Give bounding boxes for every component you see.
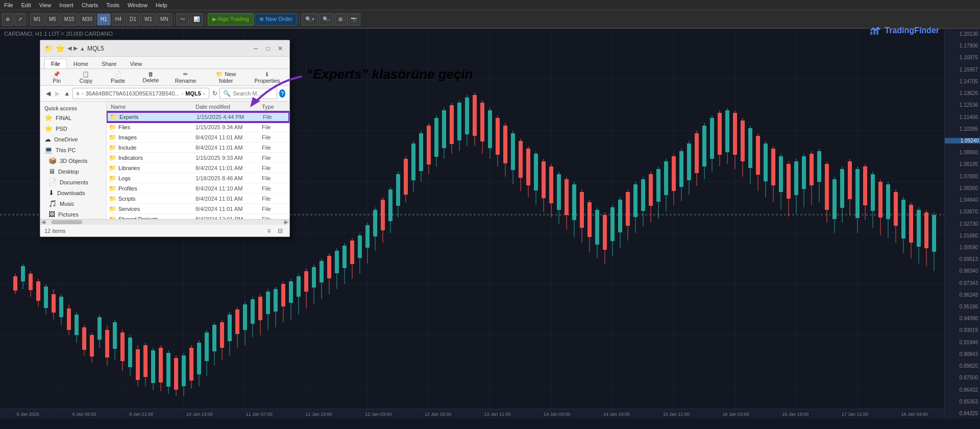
copy-btn[interactable]: 📋 Copy: [71, 69, 101, 85]
col-type[interactable]: Type: [260, 104, 289, 110]
svg-rect-52: [113, 322, 117, 349]
new-order-button[interactable]: ⊕ New Order: [255, 13, 297, 26]
sidebar-item-desktop[interactable]: 🖥 Desktop: [40, 166, 106, 177]
svg-rect-94: [274, 289, 278, 312]
menu-help[interactable]: Help: [152, 2, 172, 8]
svg-rect-222: [764, 144, 768, 181]
menu-insert[interactable]: Insert: [55, 2, 78, 8]
tab-view[interactable]: View: [123, 59, 149, 68]
pin-to-quick-btn[interactable]: 📌 Pin: [44, 69, 69, 85]
maximize-button[interactable]: □: [263, 43, 273, 54]
scroll-thumb[interactable]: [52, 220, 82, 224]
tab-share[interactable]: Share: [95, 59, 123, 68]
paste-btn[interactable]: 📄 Paste: [103, 69, 133, 85]
svg-rect-172: [572, 184, 576, 220]
sidebar-item-pictures[interactable]: 🖼 Pictures: [40, 209, 106, 219]
col-name[interactable]: Name: [107, 104, 193, 110]
timeframe-w1[interactable]: W1: [141, 13, 156, 26]
file-name-text: Profiles: [118, 185, 137, 192]
search-input[interactable]: [233, 90, 274, 97]
table-row[interactable]: 📁Indicators1/15/2025 9:33 AMFile: [107, 153, 289, 163]
menu-window[interactable]: Window: [124, 2, 152, 8]
list-view-button[interactable]: ≡: [264, 227, 274, 235]
up-button[interactable]: ▲: [63, 88, 70, 99]
scroll-track[interactable]: [46, 220, 283, 225]
svg-rect-190: [641, 179, 645, 211]
details-view-button[interactable]: ⊟: [275, 227, 285, 235]
table-row[interactable]: 📁Services8/4/2024 11:01 AMFile: [107, 204, 289, 214]
indicator-btn[interactable]: 📊: [190, 13, 203, 26]
timeframe-m15[interactable]: M15: [61, 13, 78, 26]
sidebar-item-3d-objects[interactable]: 📦 3D Objects: [40, 155, 106, 166]
minimize-button[interactable]: ─: [251, 43, 261, 54]
col-date[interactable]: Date modified: [193, 104, 260, 110]
table-row[interactable]: 📁Scripts8/4/2024 11:01 AMFile: [107, 194, 289, 204]
timeframe-d1[interactable]: D1: [126, 13, 140, 26]
timeframe-m5[interactable]: M5: [45, 13, 60, 26]
file-name-cell: 📁Include: [107, 144, 193, 151]
table-row[interactable]: 📁Images8/4/2024 11:01 AMFile: [107, 132, 289, 142]
scroll-left-btn[interactable]: ◀: [40, 219, 46, 225]
rename-btn[interactable]: ✏ Rename: [168, 69, 203, 85]
line-tool[interactable]: 〜: [177, 13, 189, 26]
new-folder-btn[interactable]: 📁 New folder: [205, 69, 247, 85]
sidebar-item-downloads[interactable]: ⬇ Downloads: [40, 187, 106, 198]
back-button[interactable]: ◀: [44, 88, 52, 99]
refresh-button[interactable]: ↻: [212, 90, 217, 97]
horizontal-scrollbar[interactable]: ◀ ▶: [40, 219, 289, 224]
sidebar-item-documents[interactable]: 📄 Documents: [40, 177, 106, 187]
file-name-cell: 📁Shared Projects: [107, 216, 193, 220]
desktop-icon: 🖥: [48, 168, 55, 175]
table-row[interactable]: 📁Shared Projects8/4/2024 12:01 PMFile: [107, 214, 289, 219]
algo-trading-button[interactable]: ▶ Algo Trading: [208, 13, 254, 26]
help-button[interactable]: ?: [279, 89, 285, 98]
sidebar-item-final[interactable]: ⭐ FINAL: [40, 112, 106, 123]
menu-edit[interactable]: Edit: [17, 2, 35, 8]
file-type-cell: File: [260, 165, 289, 171]
close-button[interactable]: ✕: [275, 43, 285, 54]
sidebar-item-onedrive[interactable]: ☁ OneDrive: [40, 134, 106, 145]
address-field[interactable]: ≡ › 36A64B8C79A6163D85E6173B540... › MQL…: [72, 88, 209, 99]
screenshot-btn[interactable]: 📷: [347, 13, 360, 26]
timeframe-m1[interactable]: M1: [30, 13, 44, 26]
file-type-cell: File: [260, 185, 289, 192]
scroll-right-btn[interactable]: ▶: [283, 219, 289, 225]
svg-rect-204: [695, 133, 699, 173]
grid-btn[interactable]: ⊞: [335, 13, 346, 26]
forward-button[interactable]: ▶: [54, 88, 61, 99]
toolbar-new[interactable]: ⊕: [2, 13, 13, 26]
svg-rect-168: [557, 174, 561, 210]
menu-view[interactable]: View: [35, 2, 56, 8]
table-row[interactable]: 📁Experts1/15/2025 4:44 PMFile: [107, 112, 289, 122]
table-row[interactable]: 📁Logs1/18/2025 8:46 AMFile: [107, 173, 289, 183]
table-row[interactable]: 📁Profiles8/4/2024 11:10 AMFile: [107, 183, 289, 194]
table-row[interactable]: 📁Libraries8/4/2024 11:01 AMFile: [107, 163, 289, 173]
delete-btn[interactable]: 🗑 Delete: [135, 69, 166, 85]
sidebar-item-psd[interactable]: ⭐ PSD: [40, 123, 106, 134]
address-path-part1: 36A64B8C79A6163D85E6173B540...: [85, 90, 179, 97]
properties-btn[interactable]: ℹ Properties: [249, 69, 285, 85]
toolbar-open[interactable]: ↗: [14, 13, 26, 26]
timeframe-h4[interactable]: H4: [112, 13, 126, 26]
tab-file[interactable]: File: [44, 59, 67, 68]
menu-charts[interactable]: Charts: [78, 2, 102, 8]
timeframe-mn[interactable]: MN: [157, 13, 172, 26]
svg-rect-108: [327, 256, 331, 278]
file-name-cell: 📁Images: [107, 134, 193, 141]
up-icon-title: ▲: [80, 45, 85, 52]
zoom-in[interactable]: 🔍+: [302, 13, 318, 26]
timeframe-m30[interactable]: M30: [79, 13, 95, 26]
zoom-out[interactable]: 🔍-: [319, 13, 334, 26]
table-row[interactable]: 📁Include8/4/2024 11:01 AMFile: [107, 142, 289, 153]
menu-tools[interactable]: Tools: [102, 2, 124, 8]
svg-rect-170: [565, 179, 569, 215]
sidebar-item-music[interactable]: 🎵 Music: [40, 198, 106, 209]
menu-file[interactable]: File: [0, 2, 17, 8]
svg-rect-258: [901, 200, 905, 239]
sidebar-item-this-pc[interactable]: 💻 This PC: [40, 145, 106, 155]
sidebar-label-music: Music: [60, 201, 75, 207]
timeframe-h1[interactable]: H1: [97, 13, 111, 26]
tab-home[interactable]: Home: [67, 59, 95, 68]
table-row[interactable]: 📁Files1/15/2025 9:34 AMFile: [107, 122, 289, 132]
svg-rect-148: [480, 103, 484, 141]
